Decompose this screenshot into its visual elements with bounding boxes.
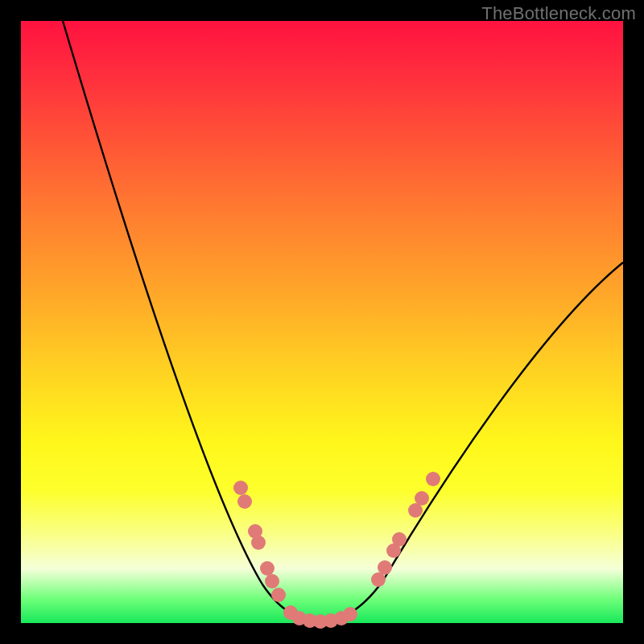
watermark-text: TheBottleneck.com (481, 3, 636, 24)
curve-marker (251, 535, 266, 550)
curve-marker (237, 494, 252, 509)
curve-marker (271, 588, 286, 602)
curve-marker (265, 574, 279, 588)
curve-marker (233, 481, 248, 495)
bottleneck-curve (63, 21, 623, 621)
curve-marker (378, 560, 392, 575)
chart-area (21, 21, 623, 623)
curve-marker (426, 472, 440, 486)
curve-marker (343, 607, 357, 621)
curve-marker (392, 532, 407, 547)
curve-markers (233, 472, 440, 629)
curve-marker (260, 561, 275, 576)
curve-marker (415, 491, 429, 506)
bottleneck-curve-svg (21, 21, 623, 623)
